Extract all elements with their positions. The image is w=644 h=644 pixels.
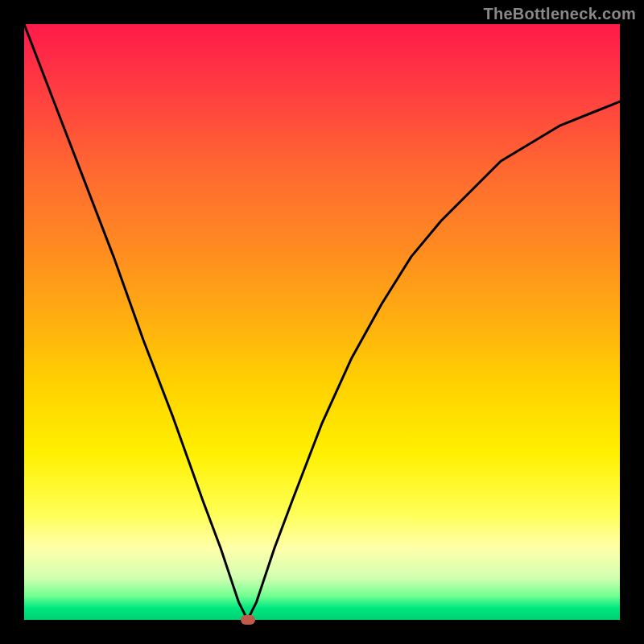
plot-area (24, 24, 620, 620)
bottleneck-curve (24, 24, 620, 620)
chart-container: TheBottleneck.com (0, 0, 644, 644)
curve-layer (24, 24, 620, 620)
watermark-label: TheBottleneck.com (483, 5, 636, 23)
optimum-marker (241, 615, 255, 625)
